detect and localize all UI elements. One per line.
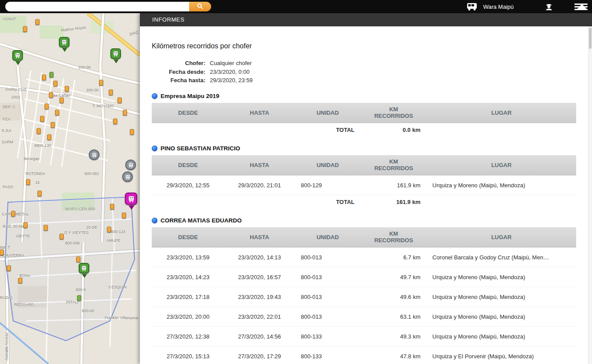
bus-pin-green-marker[interactable] bbox=[59, 37, 70, 52]
report-section: Empresa Maipu 2019 DESDEHASTAUNIDADKM RE… bbox=[152, 93, 582, 137]
table-cell: 23/3/2020, 14:23 bbox=[152, 267, 224, 287]
map-label: ROTONDA bbox=[26, 171, 45, 176]
map-label: 896 T bbox=[0, 245, 10, 250]
stop-orange-marker[interactable] bbox=[77, 257, 80, 262]
table-cell: Coronel Barcala y Godoy Cruz (Maipú, Men… bbox=[427, 248, 576, 267]
stop-orange-marker[interactable] bbox=[36, 19, 40, 25]
map-label: 800-082 bbox=[84, 171, 99, 176]
stop-orange-marker[interactable] bbox=[7, 266, 11, 271]
bus-circle-gray-marker[interactable] bbox=[122, 171, 133, 182]
map-label: PZA. bbox=[3, 117, 11, 121]
map-label: MAIPU CEN 800- bbox=[65, 207, 96, 211]
column-header: UNIDAD bbox=[295, 227, 361, 248]
stop-orange-marker[interactable] bbox=[130, 129, 134, 135]
report-table: DESDEHASTAUNIDADKM RECORRIDOSLUGAR 23/3/… bbox=[152, 227, 576, 364]
table-cell: 63.1 km bbox=[361, 307, 427, 327]
stop-orange-marker[interactable] bbox=[123, 110, 127, 116]
map[interactable]: AGNATMathus HoyosDIAZ200-06Godoy Cruz200… bbox=[0, 13, 141, 364]
stop-orange-marker[interactable] bbox=[37, 128, 41, 134]
stop-orange-marker[interactable] bbox=[54, 81, 58, 87]
stop-orange-marker[interactable] bbox=[48, 135, 51, 140]
table-row: 23/3/2020, 17:1823/3/2020, 19:43800-0134… bbox=[152, 287, 576, 307]
table-cell: 800-013 bbox=[295, 248, 361, 267]
stop-orange-marker[interactable] bbox=[110, 204, 114, 210]
bus-pin-magenta-marker[interactable] bbox=[125, 193, 138, 210]
table-cell: 800-013 bbox=[295, 287, 361, 307]
stop-orange-marker[interactable] bbox=[113, 119, 117, 124]
map-label: DEP. C bbox=[3, 105, 15, 109]
section-title: PINO SEBASTIAN PATRICIO bbox=[161, 145, 240, 152]
column-header: LUGAR bbox=[427, 103, 576, 123]
map-label: AGNAT bbox=[3, 17, 16, 21]
search-button[interactable] bbox=[189, 2, 211, 11]
bus-pin-green-marker[interactable] bbox=[12, 50, 24, 65]
map-label: Las Cañas bbox=[51, 93, 70, 98]
stop-orange-marker[interactable] bbox=[0, 250, 4, 255]
brand-title: Wara Maipú bbox=[483, 4, 514, 10]
stop-orange-marker[interactable] bbox=[49, 92, 53, 98]
table-cell: 27/3/2020, 15:13 bbox=[152, 346, 224, 364]
table-cell: 47.8 km bbox=[361, 346, 427, 364]
panel-scrollbar[interactable] bbox=[588, 26, 592, 364]
report-section: PINO SEBASTIAN PATRICIO DESDEHASTAUNIDAD… bbox=[152, 145, 582, 209]
stop-orange-marker[interactable] bbox=[38, 191, 42, 197]
total-value: 161.9 km bbox=[361, 195, 427, 209]
stop-orange-marker[interactable] bbox=[60, 234, 64, 240]
stop-orange-marker[interactable] bbox=[122, 213, 126, 218]
column-header: DESDE bbox=[152, 103, 224, 123]
stop-orange-marker[interactable] bbox=[23, 26, 27, 32]
stop-orange-marker[interactable] bbox=[11, 211, 15, 217]
filter-row: Fecha desde: 23/3/2020, 0:00 bbox=[152, 68, 582, 76]
stop-orange-marker[interactable] bbox=[24, 222, 28, 228]
stop-orange-marker[interactable] bbox=[99, 80, 103, 86]
total-value: 0.0 km bbox=[361, 123, 427, 137]
stop-orange-marker[interactable] bbox=[40, 116, 44, 122]
table-cell: 23/3/2020, 17:18 bbox=[152, 287, 224, 307]
stop-orange-marker[interactable] bbox=[44, 225, 48, 231]
search-input[interactable] bbox=[5, 2, 189, 11]
section-header: CORREA MATIAS EDUARDO bbox=[152, 217, 582, 224]
filter-row: Fecha hasta: 29/3/2020, 23:59 bbox=[152, 76, 582, 85]
table-cell: 49.3 km bbox=[361, 327, 427, 346]
driver-icon[interactable] bbox=[544, 2, 553, 11]
informes-panel: INFORMES Kilómetros recorridos por chofe… bbox=[140, 13, 592, 364]
stop-orange-marker[interactable] bbox=[107, 227, 111, 233]
stop-orange-marker[interactable] bbox=[55, 110, 59, 116]
stop-orange-marker[interactable] bbox=[42, 75, 46, 80]
topbar: Wara Maipú bbox=[0, 0, 592, 13]
column-header: DESDE bbox=[152, 155, 224, 175]
stop-green-marker[interactable] bbox=[77, 295, 81, 301]
panel-body: Kilómetros recorridos por chofer Chofer:… bbox=[140, 26, 588, 364]
table-cell: 161.9 km bbox=[361, 175, 427, 195]
bus-circle-gray-marker[interactable] bbox=[89, 149, 99, 160]
bus-circle-gray-marker[interactable] bbox=[125, 160, 136, 170]
table-cell: 23/3/2020, 13:59 bbox=[152, 248, 224, 267]
map-label: (NTAL) bbox=[66, 300, 78, 304]
topbar-right: Wara Maipú bbox=[466, 2, 588, 11]
stop-orange-marker[interactable] bbox=[26, 179, 30, 185]
table-cell: Urquiza y Moreno (Maipú, Mendoza) bbox=[427, 175, 576, 195]
stop-orange-marker[interactable] bbox=[118, 98, 122, 103]
stop-orange-marker[interactable] bbox=[51, 122, 55, 128]
stop-orange-marker[interactable] bbox=[65, 86, 69, 92]
stop-orange-marker[interactable] bbox=[109, 90, 113, 95]
table-cell: 800-013 bbox=[295, 267, 361, 287]
scrollbar-thumb[interactable] bbox=[589, 28, 592, 49]
stop-orange-marker[interactable] bbox=[45, 104, 49, 109]
map-label: CARVOMETAL bbox=[2, 212, 29, 216]
table-row: 23/3/2020, 20:0023/3/2020, 22:01800-0136… bbox=[152, 307, 576, 327]
map-label: 9 JUI bbox=[2, 128, 11, 133]
stop-orange-marker[interactable] bbox=[60, 98, 64, 103]
stop-green-marker[interactable] bbox=[50, 72, 54, 78]
map-label: T. MOYANO bbox=[92, 104, 114, 108]
table-cell: 49.6 km bbox=[361, 287, 427, 307]
stop-orange-marker[interactable] bbox=[18, 278, 22, 284]
bus-pin-green-marker[interactable] bbox=[110, 48, 122, 63]
bus-pin-green-marker[interactable] bbox=[79, 263, 90, 278]
section-title: Empresa Maipu 2019 bbox=[161, 93, 219, 99]
table-row: 23/3/2020, 13:5923/3/2020, 14:13800-0136… bbox=[152, 248, 576, 267]
table-cell: 29/3/2020, 12:55 bbox=[152, 175, 224, 195]
section-header: PINO SEBASTIAN PATRICIO bbox=[152, 145, 582, 152]
table-cell: 800-129 bbox=[295, 175, 361, 195]
column-header: KM RECORRIDOS bbox=[361, 103, 427, 123]
